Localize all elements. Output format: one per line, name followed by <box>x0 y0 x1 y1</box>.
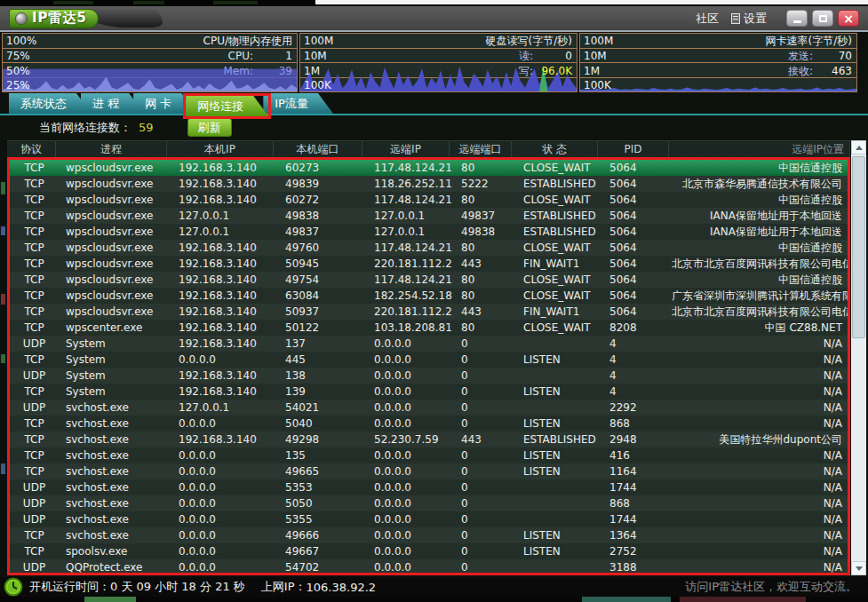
cell-location: 广东省深圳市深圳腾讯计算机系统有限... <box>672 288 848 304</box>
cell-remote-port: 0 <box>452 400 514 416</box>
table-scrollbar[interactable] <box>851 140 866 575</box>
table-row[interactable]: UDPsvchost.exe0.0.0.053550.0.0.001744N/A <box>10 511 848 527</box>
cell-local-port: 49760 <box>276 240 365 256</box>
refresh-button[interactable]: 刷新 <box>187 118 232 137</box>
cell-protocol: TCP <box>10 432 59 448</box>
tab-network-connections[interactable]: 网络连接 <box>186 96 268 116</box>
cell-remote-port: 0 <box>452 384 514 400</box>
cell-remote-ip: 0.0.0.0 <box>365 511 452 527</box>
table-row[interactable]: UDPQQProtect.exe0.0.0.0547020.0.0.003188… <box>10 559 848 575</box>
cell-location: N/A <box>672 368 848 384</box>
table-row[interactable]: TCPwpscloudsvr.exe192.168.3.14063084182.… <box>10 288 848 304</box>
app-logo-icon <box>15 12 28 25</box>
cell-local-ip: 0.0.0.0 <box>170 527 276 543</box>
table-row[interactable]: TCPSystem0.0.0.04450.0.0.00LISTEN4N/A <box>10 352 848 368</box>
col-location[interactable]: 远端IP位置 <box>669 141 850 157</box>
tab-label: 网络连接 <box>197 99 243 113</box>
maximize-button[interactable] <box>812 10 833 27</box>
cell-location: 北京市森华易腾通信技术有限公司 <box>672 176 848 192</box>
table-row[interactable]: TCPwpscloudsvr.exe192.168.3.14050937220.… <box>10 304 848 320</box>
cell-protocol: UDP <box>10 495 59 511</box>
disk-read-readout: 读:0 <box>519 49 572 63</box>
disk-scale-1m: 1M <box>304 64 320 78</box>
minimize-icon <box>793 20 801 23</box>
table-row[interactable]: UDPsvchost.exe127.0.0.1540210.0.0.002292… <box>10 400 848 416</box>
table-row[interactable]: UDPsvchost.exe0.0.0.050500.0.0.00868N/A <box>10 495 848 511</box>
scroll-up-button[interactable] <box>851 140 866 154</box>
scroll-down-button[interactable] <box>851 561 866 575</box>
cell-location: N/A <box>672 384 848 400</box>
cell-pid: 1364 <box>601 527 672 543</box>
table-row[interactable]: TCPsvchost.exe0.0.0.050400.0.0.00LISTEN8… <box>10 416 848 432</box>
cell-local-port: 49665 <box>276 463 365 479</box>
table-row[interactable]: TCPwpscloudsvr.exe127.0.0.149837127.0.0.… <box>10 224 848 240</box>
cell-local-ip: 192.168.3.140 <box>170 432 276 448</box>
tab-label: 进 程 <box>92 97 119 110</box>
cell-local-port: 54021 <box>276 400 365 416</box>
cell-process: spoolsv.exe <box>59 543 170 559</box>
app-window: IP雷达5 社区 设置 × <box>0 6 868 597</box>
col-local-port[interactable]: 本机端口 <box>274 141 362 157</box>
table-row[interactable]: TCPwpscloudsvr.exe192.168.3.14049760117.… <box>10 240 848 256</box>
table-row[interactable]: TCPwpscloudsvr.exe192.168.3.14049839118.… <box>10 176 848 192</box>
table-row[interactable]: UDPSystem192.168.3.1401370.0.0.004N/A <box>10 336 848 352</box>
desktop-fragment <box>582 597 671 602</box>
cell-state <box>514 495 601 511</box>
table-row[interactable]: TCPwpscloudsvr.exe192.168.3.14060273117.… <box>10 160 848 176</box>
col-state[interactable]: 状 态 <box>512 141 598 157</box>
table-row[interactable]: TCPsvchost.exe0.0.0.0496650.0.0.00LISTEN… <box>10 463 848 479</box>
cell-pid: 868 <box>601 416 672 432</box>
scroll-thumb[interactable] <box>852 156 865 338</box>
cell-remote-port: 5222 <box>452 176 514 192</box>
cell-state <box>514 479 601 495</box>
cell-local-port: 49667 <box>276 543 365 559</box>
table-row[interactable]: TCPsvchost.exe0.0.0.01350.0.0.00LISTEN41… <box>10 448 848 463</box>
close-button[interactable]: × <box>838 10 859 27</box>
cell-remote-ip: 117.48.124.214 <box>365 240 452 256</box>
net-send-readout: 发送:70 <box>788 49 852 63</box>
table-row[interactable]: UDPSystem192.168.3.1401380.0.0.004N/A <box>10 368 848 384</box>
col-pid[interactable]: PID <box>598 141 669 157</box>
col-local-ip[interactable]: 本机IP <box>167 141 274 157</box>
tab-system-status[interactable]: 系统状态 <box>9 93 92 114</box>
cell-process: System <box>59 352 170 368</box>
table-row[interactable]: TCPwpscenter.exe192.168.3.14050122103.18… <box>10 320 848 336</box>
close-icon: × <box>843 12 854 25</box>
col-remote-port[interactable]: 远端端口 <box>450 141 512 157</box>
cell-location: 北京市北京百度网讯科技有限公司电信... <box>672 304 848 320</box>
table-row[interactable]: TCPspoolsv.exe0.0.0.0496670.0.0.00LISTEN… <box>10 543 848 559</box>
cell-pid: 4 <box>601 368 672 384</box>
table-row[interactable]: TCPwpscloudsvr.exe192.168.3.14049754117.… <box>10 272 848 288</box>
tab-bar: 系统状态 进 程 网 卡 网络连接 IP流量 <box>0 93 868 114</box>
cell-process: wpscloudsvr.exe <box>59 160 170 176</box>
table-row[interactable]: TCPsvchost.exe192.168.3.1404929852.230.7… <box>10 432 848 448</box>
cell-remote-ip: 0.0.0.0 <box>365 479 452 495</box>
cell-location: 中国 CZ88.NET <box>672 320 848 336</box>
col-process[interactable]: 进程 <box>56 141 167 157</box>
table-row[interactable]: TCPwpscloudsvr.exe192.168.3.14050945220.… <box>10 256 848 272</box>
tab-ip-traffic[interactable]: IP流量 <box>263 93 333 114</box>
minimize-button[interactable] <box>786 10 808 27</box>
cell-local-port: 5355 <box>276 511 365 527</box>
cell-state: CLOSE_WAIT <box>514 240 601 256</box>
settings-button[interactable]: 设置 <box>731 11 767 27</box>
cpu-panel-title: CPU/物理内存使用 <box>203 34 292 48</box>
cell-location: N/A <box>672 416 848 432</box>
table-row[interactable]: TCPSystem192.168.3.1401390.0.0.00LISTEN4… <box>10 384 848 400</box>
table-row[interactable]: TCPwpscloudsvr.exe192.168.3.14060272117.… <box>10 192 848 208</box>
table-row[interactable]: TCPwpscloudsvr.exe127.0.0.149838127.0.0.… <box>10 208 848 224</box>
cell-pid: 5064 <box>601 192 672 208</box>
community-link[interactable]: 社区 <box>696 11 719 27</box>
desktop-fragment <box>84 597 136 602</box>
cell-state: ESTABLISHED <box>514 176 601 192</box>
cell-pid: 1744 <box>601 479 672 495</box>
table-row[interactable]: TCPsvchost.exe0.0.0.0496660.0.0.00LISTEN… <box>10 527 848 543</box>
cell-protocol: TCP <box>10 272 59 288</box>
cell-remote-ip: 182.254.52.181 <box>365 288 452 304</box>
table-row[interactable]: UDPsvchost.exe0.0.0.053530.0.0.001744N/A <box>10 479 848 495</box>
col-remote-ip[interactable]: 远端IP <box>362 141 450 157</box>
cell-local-ip: 0.0.0.0 <box>170 463 276 479</box>
desktop-fragment <box>133 1 164 4</box>
col-protocol[interactable]: 协议 <box>7 141 56 157</box>
cell-location: N/A <box>672 543 848 559</box>
